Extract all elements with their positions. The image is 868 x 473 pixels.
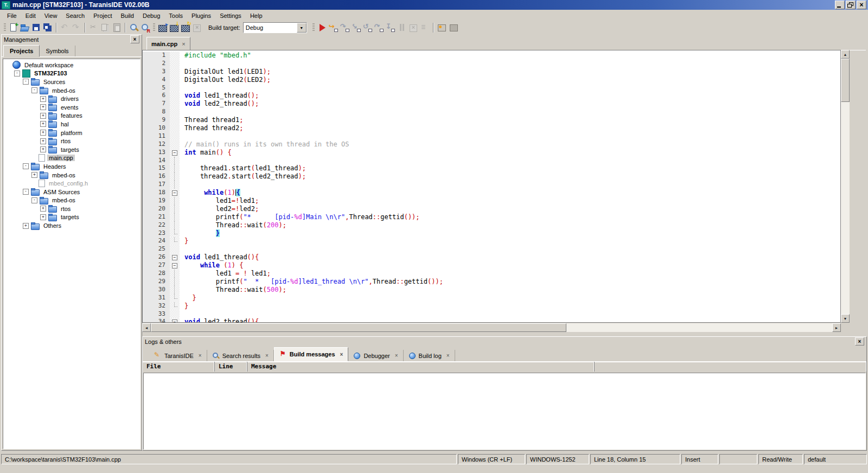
tree-expander-icon[interactable]: + [40, 206, 46, 212]
tree-expander-icon[interactable]: + [40, 121, 46, 127]
scroll-right-icon[interactable] [832, 323, 841, 332]
logs-close-icon[interactable] [855, 337, 864, 346]
fold-toggle-icon[interactable] [170, 261, 180, 270]
code-text[interactable] [180, 108, 184, 116]
fold-toggle-icon[interactable] [170, 149, 180, 157]
code-text[interactable] [180, 84, 184, 92]
tree-item-others[interactable]: +Others [3, 221, 140, 230]
code-text[interactable]: thread1.start(led1_thread); [180, 164, 306, 172]
code-text[interactable]: void led2_thread(); [180, 100, 259, 108]
logs-tab-close-icon[interactable] [340, 351, 343, 357]
logs-tab-search-results[interactable]: Search results [207, 350, 274, 361]
step-into-icon[interactable] [351, 22, 362, 33]
code-text[interactable] [180, 310, 184, 318]
tree-expander-icon[interactable]: + [40, 214, 46, 220]
code-text[interactable]: led1 = ! led1; [180, 270, 271, 278]
code-text[interactable] [180, 245, 184, 253]
restore-icon[interactable] [846, 1, 856, 9]
code-text[interactable]: } [180, 302, 188, 310]
logs-tab-close-icon[interactable] [446, 353, 450, 359]
code-text[interactable]: void led2_thread(){ [180, 318, 259, 323]
menu-edit[interactable]: Edit [21, 11, 40, 20]
code-text[interactable]: thread2.start(led2_thread); [180, 172, 306, 181]
scroll-up-icon[interactable] [841, 50, 850, 59]
new-file-icon[interactable] [8, 22, 19, 33]
code-text[interactable]: printf("* [pid-%d]Main \n\r",Thread::get… [180, 213, 420, 221]
find-icon[interactable] [129, 22, 139, 33]
code-text[interactable]: led2=!led2; [180, 205, 259, 213]
code-text[interactable] [180, 60, 184, 68]
editor-vertical-scrollbar[interactable] [841, 50, 850, 323]
tree-expander-icon[interactable]: - [31, 87, 37, 93]
run-to-cursor-icon[interactable] [328, 22, 339, 33]
tab-projects[interactable]: Projects [3, 45, 40, 57]
code-text[interactable]: Thread thread1; [180, 116, 243, 124]
code-text[interactable]: } [180, 229, 220, 238]
menu-plugins[interactable]: Plugins [187, 11, 215, 20]
code-area[interactable]: 1#include "mbed.h"23DigitalOut led1(LED1… [142, 50, 841, 323]
code-text[interactable]: Thread::wait(500); [180, 286, 286, 294]
code-text[interactable]: while(1){ [180, 189, 240, 197]
fold-toggle-icon[interactable] [170, 189, 180, 197]
code-text[interactable]: // main() runs in its own thread in the … [180, 140, 349, 149]
horizontal-scroll-thumb[interactable] [151, 323, 566, 332]
save-icon[interactable] [31, 22, 42, 33]
code-text[interactable]: DigitalOut led2(LED2); [180, 76, 271, 84]
tree-item-mbed-config-h[interactable]: mbed_config.h [3, 179, 140, 188]
tree-item-platform[interactable]: +platform [3, 129, 140, 137]
debug-run-icon[interactable] [317, 22, 328, 33]
menu-debug[interactable]: Debug [138, 11, 164, 20]
menu-tools[interactable]: Tools [164, 11, 187, 20]
code-text[interactable]: Thread::wait(200); [180, 221, 286, 229]
next-instruction-icon[interactable] [374, 22, 385, 33]
code-text[interactable]: int main() { [180, 149, 232, 157]
tree-expander-icon[interactable]: - [31, 197, 37, 203]
editor-tab-main-cpp[interactable]: main.cpp [146, 37, 190, 50]
build-target-select[interactable]: Debug [243, 22, 307, 33]
step-into-instruction-icon[interactable] [385, 22, 396, 33]
tree-expander-icon[interactable]: + [31, 172, 37, 178]
code-text[interactable]: } [180, 237, 188, 245]
tree-item-targets[interactable]: +targets [3, 145, 140, 154]
code-text[interactable]: while (1) { [180, 261, 243, 270]
code-text[interactable] [180, 181, 184, 189]
various-info-icon[interactable] [448, 22, 459, 33]
tree-expander-icon[interactable]: - [23, 189, 29, 195]
tree-item-drivers[interactable]: +drivers [3, 94, 140, 103]
tab-symbols[interactable]: Symbols [40, 46, 75, 56]
code-text[interactable] [180, 132, 184, 140]
scroll-down-icon[interactable] [841, 314, 850, 323]
menu-settings[interactable]: Settings [215, 11, 246, 20]
tree-expander-icon[interactable]: + [40, 146, 46, 152]
tree-expander-icon[interactable]: + [40, 96, 46, 102]
combo-dropdown-arrow-icon[interactable] [297, 23, 307, 33]
fold-toggle-icon[interactable] [170, 253, 180, 261]
menu-search[interactable]: Search [61, 11, 89, 20]
code-text[interactable]: printf(" * [pid-%d]led1_thread \n\r",Thr… [180, 278, 443, 286]
build-icon[interactable] [169, 22, 180, 33]
fold-toggle-icon[interactable] [170, 318, 180, 323]
debug-windows-icon[interactable] [437, 22, 448, 33]
code-text[interactable]: #include "mbed.h" [180, 52, 251, 60]
build-messages-list[interactable] [143, 373, 866, 450]
tree-item-headers[interactable]: -Headers [3, 162, 140, 171]
menu-view[interactable]: View [40, 11, 62, 20]
logs-tab-close-icon[interactable] [265, 353, 269, 359]
tree-expander-icon[interactable]: - [23, 79, 29, 85]
tree-item-mbed-os[interactable]: -mbed-os [3, 196, 140, 205]
vertical-scroll-thumb[interactable] [841, 59, 850, 102]
code-text[interactable] [180, 157, 184, 165]
step-out-icon[interactable] [362, 22, 373, 33]
tree-expander-icon[interactable]: + [40, 130, 46, 136]
tree-item-stm32f103[interactable]: -STM32F103 [3, 69, 140, 78]
tree-expander-icon[interactable]: - [23, 163, 29, 169]
scroll-left-icon[interactable] [142, 323, 151, 332]
editor-tab-close-icon[interactable] [182, 41, 185, 47]
menu-help[interactable]: Help [246, 11, 267, 20]
code-text[interactable]: void led1_thread(); [180, 92, 259, 100]
tree-item-main-cpp[interactable]: main.cpp [3, 154, 140, 163]
tree-item-mbed-os[interactable]: -mbed-os [3, 86, 140, 95]
save-all-icon[interactable] [42, 22, 53, 33]
next-line-icon[interactable] [340, 22, 350, 33]
open-file-icon[interactable] [20, 22, 30, 33]
